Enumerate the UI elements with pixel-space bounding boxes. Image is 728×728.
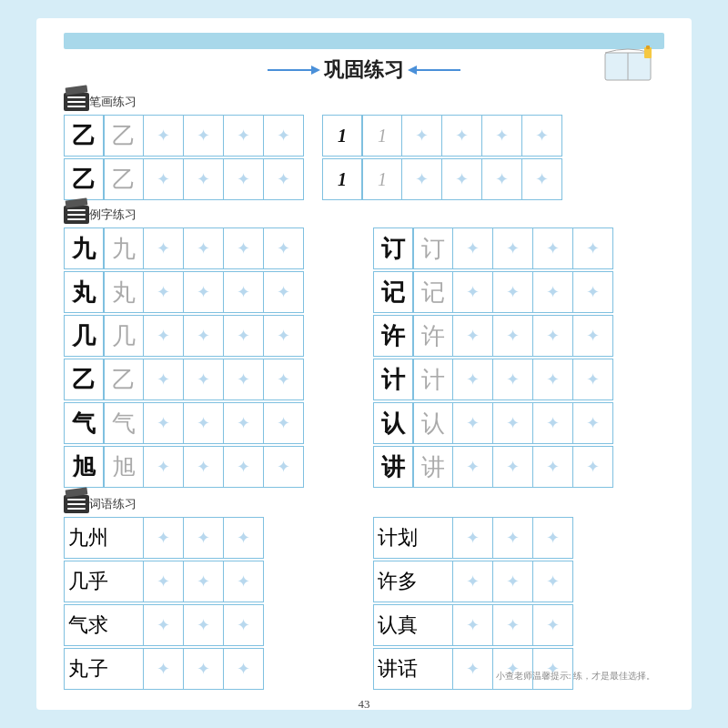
practice-cell[interactable] <box>533 648 573 690</box>
word-left-grid-1: 几乎 <box>64 561 264 602</box>
practice-cell[interactable] <box>533 271 573 313</box>
practice-cell[interactable] <box>224 402 264 444</box>
example-right-row-5: 讲 讲 <box>373 446 664 488</box>
practice-cell[interactable] <box>224 228 264 269</box>
practice-cell[interactable] <box>533 359 573 400</box>
practice-cell[interactable] <box>453 648 493 690</box>
example-label: 例字练习 <box>89 207 136 223</box>
practice-cell[interactable] <box>184 315 224 357</box>
practice-cell[interactable] <box>144 359 184 400</box>
title-left-wing <box>268 69 313 71</box>
practice-cell[interactable] <box>184 561 224 602</box>
practice-cell[interactable] <box>224 648 264 690</box>
practice-cell[interactable] <box>224 315 264 357</box>
practice-cell[interactable] <box>493 446 533 488</box>
practice-cell[interactable] <box>144 517 184 559</box>
practice-cell[interactable] <box>184 517 224 559</box>
practice-cell[interactable] <box>184 446 224 488</box>
practice-cell[interactable] <box>144 271 184 313</box>
practice-cell[interactable] <box>144 561 184 602</box>
practice-cell[interactable] <box>453 315 493 357</box>
practice-cell[interactable] <box>224 604 264 646</box>
practice-1c[interactable] <box>224 115 264 157</box>
practice-cell[interactable] <box>144 604 184 646</box>
practice-cell[interactable] <box>224 446 264 488</box>
practice-cell[interactable] <box>453 228 493 269</box>
practice-cell[interactable] <box>533 517 573 559</box>
practice-1b[interactable] <box>184 115 224 157</box>
example-right-grid-2: 许 许 <box>373 315 613 357</box>
practice-cell[interactable] <box>533 315 573 357</box>
practice-cell[interactable] <box>533 228 573 269</box>
practice-2b[interactable] <box>184 158 224 200</box>
practice-cell[interactable] <box>453 604 493 646</box>
practice-r2a[interactable] <box>402 158 442 200</box>
practice-cell[interactable] <box>453 271 493 313</box>
practice-cell[interactable] <box>493 271 533 313</box>
practice-r2b[interactable] <box>442 158 482 200</box>
practice-cell[interactable] <box>144 648 184 690</box>
practice-cell[interactable] <box>493 359 533 400</box>
practice-cell[interactable] <box>533 561 573 602</box>
practice-r1c[interactable] <box>482 115 522 157</box>
practice-r2c[interactable] <box>482 158 522 200</box>
practice-cell[interactable] <box>453 561 493 602</box>
practice-cell[interactable] <box>184 228 224 269</box>
practice-cell[interactable] <box>493 561 533 602</box>
practice-cell[interactable] <box>224 561 264 602</box>
book-icon <box>601 44 655 85</box>
example-grid: 九 九 丸 丸 几 几 乙 乙 气 气 旭 旭 <box>64 228 664 490</box>
practice-cell[interactable] <box>264 271 304 313</box>
practice-cell[interactable] <box>184 402 224 444</box>
practice-cell[interactable] <box>453 402 493 444</box>
practice-cell[interactable] <box>144 228 184 269</box>
practice-cell[interactable] <box>573 402 613 444</box>
practice-r1a[interactable] <box>402 115 442 157</box>
practice-cell[interactable] <box>493 517 533 559</box>
practice-cell[interactable] <box>493 648 533 690</box>
practice-cell[interactable] <box>264 228 304 269</box>
word-cell-left-1: 几乎 <box>64 561 144 602</box>
practice-cell[interactable] <box>184 648 224 690</box>
practice-cell[interactable] <box>144 315 184 357</box>
practice-cell[interactable] <box>573 271 613 313</box>
practice-cell[interactable] <box>184 604 224 646</box>
practice-cell[interactable] <box>144 402 184 444</box>
practice-cell[interactable] <box>493 402 533 444</box>
practice-2d[interactable] <box>264 158 304 200</box>
practice-cell[interactable] <box>533 604 573 646</box>
practice-cell[interactable] <box>493 228 533 269</box>
practice-cell[interactable] <box>264 446 304 488</box>
practice-r1d[interactable] <box>522 115 562 157</box>
example-right-grid-4: 认 认 <box>373 402 613 444</box>
practice-cell[interactable] <box>533 446 573 488</box>
practice-cell[interactable] <box>224 359 264 400</box>
practice-cell[interactable] <box>573 359 613 400</box>
practice-cell[interactable] <box>144 446 184 488</box>
practice-1d[interactable] <box>264 115 304 157</box>
practice-cell[interactable] <box>224 271 264 313</box>
practice-2c[interactable] <box>224 158 264 200</box>
practice-cell[interactable] <box>184 359 224 400</box>
practice-cell[interactable] <box>573 228 613 269</box>
practice-cell[interactable] <box>453 359 493 400</box>
practice-cell[interactable] <box>493 315 533 357</box>
practice-cell[interactable] <box>573 315 613 357</box>
practice-cell[interactable] <box>453 517 493 559</box>
practice-r1b[interactable] <box>442 115 482 157</box>
practice-cell[interactable] <box>493 604 533 646</box>
practice-2a[interactable] <box>144 158 184 200</box>
practice-cell[interactable] <box>573 446 613 488</box>
practice-1a[interactable] <box>144 115 184 157</box>
char-right-guide-5: 讲 <box>413 446 453 488</box>
practice-cell[interactable] <box>453 446 493 488</box>
practice-r2d[interactable] <box>522 158 562 200</box>
practice-cell[interactable] <box>533 402 573 444</box>
practice-cell[interactable] <box>264 315 304 357</box>
practice-cell[interactable] <box>224 517 264 559</box>
practice-cell[interactable] <box>264 402 304 444</box>
word-label: 词语练习 <box>89 496 136 512</box>
practice-cell[interactable] <box>264 359 304 400</box>
example-left-grid-4: 气 气 <box>64 402 304 444</box>
practice-cell[interactable] <box>184 271 224 313</box>
